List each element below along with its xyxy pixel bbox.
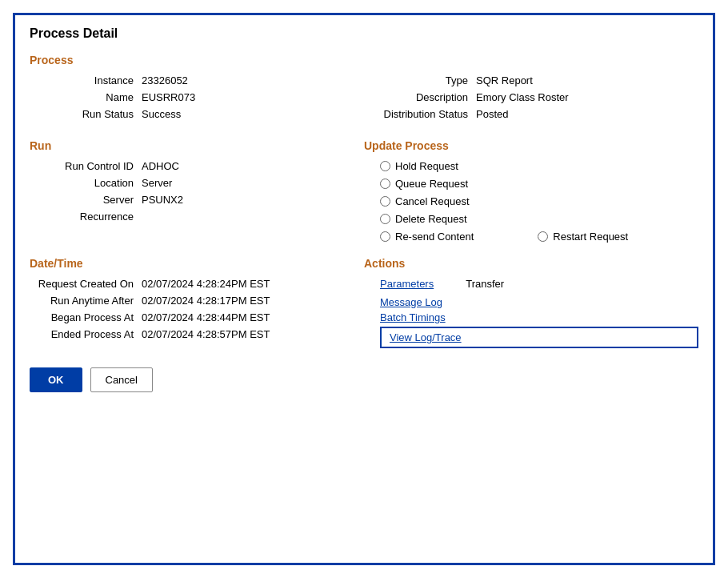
- radio-resend-icon: [380, 231, 390, 242]
- request-created-label: Request Created On: [30, 278, 142, 290]
- update-process-title: Update Process: [364, 139, 698, 152]
- actions-links: Parameters Transfer Message Log Batch Ti…: [380, 278, 698, 348]
- radio-restart-label: Restart Request: [553, 231, 628, 243]
- radio-restart-icon: [538, 231, 548, 242]
- run-section: Run Run Control ID ADHOC Location Server…: [30, 139, 364, 243]
- radio-hold-request[interactable]: Hold Request: [380, 160, 698, 172]
- transfer-text: Transfer: [466, 278, 504, 290]
- datetime-section: Date/Time Request Created On 02/07/2024 …: [30, 257, 364, 348]
- recurrence-label: Recurrence: [30, 211, 142, 223]
- instance-row: Instance 23326052: [30, 74, 364, 86]
- panel-title: Process Detail: [30, 26, 698, 41]
- server-value: PSUNX2: [142, 194, 183, 206]
- page-wrapper: Process Detail Process Instance 23326052…: [0, 0, 728, 578]
- began-process-label: Began Process At: [30, 311, 142, 323]
- bottom-buttons: OK Cancel: [30, 367, 698, 392]
- radio-queue-request[interactable]: Queue Request: [380, 178, 698, 190]
- radio-resend-label: Re-send Content: [395, 231, 474, 243]
- datetime-section-title: Date/Time: [30, 257, 364, 270]
- radio-delete-icon: [380, 214, 390, 224]
- radio-cancel-icon: [380, 196, 390, 207]
- name-value: EUSRR073: [142, 91, 195, 103]
- ended-process-row: Ended Process At 02/07/2024 4:28:57PM ES…: [30, 328, 364, 340]
- run-control-id-value: ADHOC: [142, 160, 179, 172]
- lower-section: Date/Time Request Created On 02/07/2024 …: [30, 257, 698, 348]
- cancel-button[interactable]: Cancel: [90, 367, 153, 392]
- run-status-value: Success: [142, 108, 181, 120]
- run-anytime-label: Run Anytime After: [30, 295, 142, 307]
- restart-row: Re-send Content Restart Request: [380, 231, 698, 243]
- radio-queue-icon: [380, 179, 390, 189]
- actions-top-row: Parameters Transfer: [380, 278, 698, 290]
- instance-label: Instance: [30, 74, 142, 86]
- began-process-row: Began Process At 02/07/2024 4:28:44PM ES…: [30, 311, 364, 323]
- radio-delete-request[interactable]: Delete Request: [380, 213, 698, 225]
- middle-section: Run Run Control ID ADHOC Location Server…: [30, 139, 698, 243]
- description-label: Description: [364, 91, 476, 103]
- location-row: Location Server: [30, 177, 364, 189]
- parameters-link[interactable]: Parameters: [380, 278, 434, 290]
- type-label: Type: [364, 74, 476, 86]
- run-anytime-row: Run Anytime After 02/07/2024 4:28:17PM E…: [30, 295, 364, 307]
- ended-process-value: 02/07/2024 4:28:57PM EST: [142, 328, 270, 340]
- distribution-status-value: Posted: [476, 108, 508, 120]
- radio-group: Hold Request Queue Request Cancel Reques…: [380, 160, 698, 243]
- radio-cancel-label: Cancel Request: [395, 195, 470, 207]
- run-control-id-label: Run Control ID: [30, 160, 142, 172]
- location-value: Server: [142, 177, 172, 189]
- request-created-row: Request Created On 02/07/2024 4:28:24PM …: [30, 278, 364, 290]
- message-log-link[interactable]: Message Log: [380, 296, 698, 308]
- radio-delete-label: Delete Request: [395, 213, 467, 225]
- type-row: Type SQR Report: [364, 74, 698, 86]
- radio-hold-label: Hold Request: [395, 160, 458, 172]
- run-control-id-row: Run Control ID ADHOC: [30, 160, 364, 172]
- location-label: Location: [30, 177, 142, 189]
- server-label: Server: [30, 194, 142, 206]
- server-row: Server PSUNX2: [30, 194, 364, 206]
- process-section-title: Process: [30, 54, 698, 66]
- description-row: Description Emory Class Roster: [364, 91, 698, 103]
- distribution-status-row: Distribution Status Posted: [364, 108, 698, 120]
- batch-timings-link[interactable]: Batch Timings: [380, 311, 698, 323]
- actions-section: Actions Parameters Transfer Message Log …: [364, 257, 698, 348]
- radio-hold-icon: [380, 161, 390, 171]
- run-section-title: Run: [30, 139, 364, 152]
- view-log-trace-link[interactable]: View Log/Trace: [380, 327, 698, 348]
- description-value: Emory Class Roster: [476, 91, 569, 103]
- radio-restart-request[interactable]: Restart Request: [538, 231, 628, 243]
- radio-queue-label: Queue Request: [395, 178, 468, 190]
- run-status-label: Run Status: [30, 108, 142, 120]
- process-fields: Instance 23326052 Name EUSRR073 Run Stat…: [30, 74, 698, 125]
- name-label: Name: [30, 91, 142, 103]
- process-section: Process Instance 23326052 Name EUSRR073 …: [30, 54, 698, 125]
- request-created-value: 02/07/2024 4:28:24PM EST: [142, 278, 270, 290]
- run-anytime-value: 02/07/2024 4:28:17PM EST: [142, 295, 270, 307]
- process-left: Instance 23326052 Name EUSRR073 Run Stat…: [30, 74, 364, 125]
- type-value: SQR Report: [476, 74, 533, 86]
- process-right: Type SQR Report Description Emory Class …: [364, 74, 698, 125]
- radio-cancel-request[interactable]: Cancel Request: [380, 195, 698, 207]
- main-panel: Process Detail Process Instance 23326052…: [13, 13, 715, 565]
- update-process-section: Update Process Hold Request Queue Reques…: [364, 139, 698, 243]
- ok-button[interactable]: OK: [30, 367, 82, 392]
- distribution-status-label: Distribution Status: [364, 108, 476, 120]
- radio-resend-content[interactable]: Re-send Content: [380, 231, 474, 243]
- ended-process-label: Ended Process At: [30, 328, 142, 340]
- began-process-value: 02/07/2024 4:28:44PM EST: [142, 311, 270, 323]
- run-status-row: Run Status Success: [30, 108, 364, 120]
- name-row: Name EUSRR073: [30, 91, 364, 103]
- actions-section-title: Actions: [364, 257, 698, 270]
- instance-value: 23326052: [142, 74, 188, 86]
- recurrence-row: Recurrence: [30, 211, 364, 223]
